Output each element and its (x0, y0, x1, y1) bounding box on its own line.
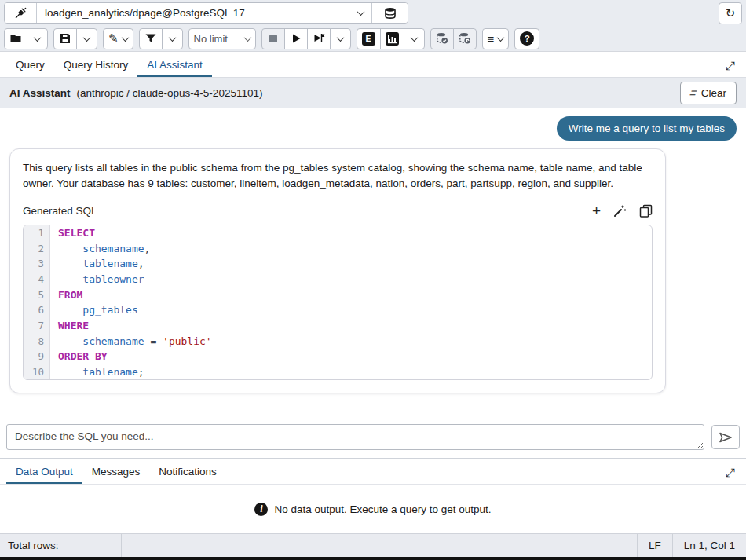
line-number: 5 (24, 287, 50, 302)
sql-code-block[interactable]: 1SELECT2 schemaname,3 tablename,4 tableo… (23, 225, 653, 381)
open-file-button[interactable] (4, 28, 27, 49)
explain-options-menu-button[interactable] (404, 28, 425, 49)
sql-code-lines: 1SELECT2 schemaname,3 tablename,4 tableo… (24, 225, 652, 380)
macro-list-icon: ≡ (488, 32, 495, 46)
row-limit-select[interactable]: No limit (188, 28, 256, 49)
apply-sql-button[interactable] (613, 204, 627, 218)
row-limit-value: No limit (194, 33, 228, 45)
sql-line-content: tableowner (50, 273, 144, 285)
new-connection-button[interactable] (371, 3, 408, 23)
rollback-button[interactable] (453, 28, 477, 49)
expand-icon: ⤢ (726, 59, 735, 72)
edit-menu-button[interactable]: ✎ (103, 28, 133, 49)
sql-line: 7WHERE (24, 318, 652, 334)
user-message-bubble: Write me a query to list my tables (557, 116, 737, 141)
prompt-input-row (0, 419, 746, 458)
prompt-input[interactable] (6, 424, 704, 450)
chevron-down-icon (243, 34, 251, 42)
chevron-down-icon (410, 34, 418, 42)
chevron-down-icon (83, 34, 91, 42)
line-number: 8 (24, 333, 50, 349)
tab-query-history[interactable]: Query History (54, 53, 138, 77)
save-file-group (53, 28, 97, 49)
tab-notifications[interactable]: Notifications (149, 460, 226, 484)
tab-data-output[interactable]: Data Output (6, 460, 82, 484)
connection-status-button[interactable] (5, 3, 36, 23)
limit-group: No limit (188, 28, 256, 49)
execute-options-menu-button[interactable] (330, 28, 351, 49)
line-number: 10 (24, 364, 50, 380)
send-icon (719, 431, 733, 444)
sql-line-content: FROM (50, 289, 82, 301)
magic-wand-icon (613, 204, 627, 218)
plus-icon: + (592, 203, 601, 218)
database-connection-icon (384, 7, 397, 20)
generated-sql-actions: + (592, 203, 653, 218)
insert-sql-button[interactable]: + (592, 203, 601, 218)
cursor-position: Ln 1, Col 1 (672, 534, 746, 557)
tab-ai-assistant[interactable]: AI Assistant (137, 53, 212, 77)
open-file-menu-button[interactable] (27, 28, 48, 49)
save-icon (59, 32, 71, 45)
connection-selector[interactable]: loadgen_analytics/dpage@PostgreSQL 17 (36, 3, 371, 23)
sql-line-content: tablename, (50, 258, 144, 269)
commit-button[interactable] (430, 28, 454, 49)
line-number: 4 (24, 272, 50, 287)
sql-line: 3 tablename, (24, 256, 652, 272)
chevron-down-icon (121, 34, 129, 42)
reset-layout-button[interactable]: ↻ (719, 2, 742, 24)
sql-line-content: schemaname = 'public' (50, 335, 212, 347)
window-edge (0, 557, 746, 560)
query-toolbar: ✎ No limit E (0, 26, 746, 52)
explain-analyze-button[interactable] (380, 28, 404, 49)
eol-indicator[interactable]: LF (637, 534, 672, 557)
expand-results-button[interactable]: ⤢ (721, 466, 740, 480)
folder-icon (9, 32, 22, 45)
explain-button[interactable]: E (357, 28, 381, 49)
total-rows-label: Total rows: (0, 534, 122, 557)
save-file-menu-button[interactable] (76, 28, 97, 49)
editor-tab-bar: Query Query History AI Assistant ⤢ (0, 52, 746, 78)
save-file-button[interactable] (53, 28, 77, 49)
sql-line: 4 tableowner (24, 272, 652, 287)
sql-line-content: pg_tables (50, 304, 138, 316)
tab-query[interactable]: Query (6, 53, 54, 77)
macro-menu-button[interactable]: ≡ (482, 28, 510, 49)
help-icon: ? (520, 31, 534, 46)
play-script-icon (313, 32, 325, 45)
connection-name: loadgen_analytics/dpage@PostgreSQL 17 (45, 7, 245, 19)
ai-model-name: (anthropic / claude-opus-4-5-20251101) (77, 87, 263, 99)
send-prompt-button[interactable] (711, 425, 740, 449)
clear-chat-button[interactable]: ≡ Clear (680, 82, 737, 104)
line-number: 2 (24, 240, 50, 256)
assistant-response-card: This query lists all tables in the publi… (9, 148, 666, 393)
cancel-query-button[interactable] (261, 28, 285, 49)
copy-sql-button[interactable] (639, 204, 653, 218)
assistant-message-text: This query lists all tables in the publi… (23, 160, 653, 192)
filter-button[interactable] (139, 28, 163, 49)
commit-icon (436, 32, 448, 45)
ai-chat-area: Write me a query to list my tables This … (0, 108, 746, 419)
sql-line: 9ORDER BY (24, 349, 652, 364)
tab-messages[interactable]: Messages (82, 460, 150, 484)
sql-line: 6 pg_tables (24, 302, 652, 318)
sql-line-content: ORDER BY (50, 350, 108, 362)
sql-line-content: tablename; (50, 366, 144, 378)
sql-line: 8 schemaname = 'public' (24, 333, 652, 349)
connection-group: loadgen_analytics/dpage@PostgreSQL 17 (4, 2, 408, 24)
expand-editor-button[interactable]: ⤢ (721, 59, 740, 73)
copy-icon (639, 204, 653, 218)
help-button[interactable]: ? (514, 28, 539, 49)
results-empty-state: i No data output. Execute a query to get… (0, 485, 746, 533)
filter-group (139, 28, 183, 49)
results-tab-bar: Data Output Messages Notifications ⤢ (0, 459, 746, 485)
refresh-icon: ↻ (726, 6, 736, 20)
chevron-down-icon (336, 34, 344, 42)
filter-menu-button[interactable] (162, 28, 183, 49)
clear-icon: ≡ (687, 86, 699, 99)
sql-line-content: SELECT (50, 227, 95, 239)
execute-query-button[interactable] (284, 28, 308, 49)
chevron-down-icon (168, 34, 176, 42)
no-data-message: No data output. Execute a query to get o… (274, 503, 491, 515)
execute-script-button[interactable] (307, 28, 331, 49)
